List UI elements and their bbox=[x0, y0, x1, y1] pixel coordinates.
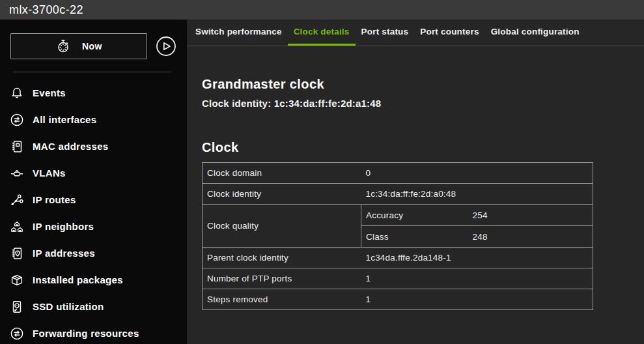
grandmaster-clock-identity: Clock identity: 1c:34:da:ff:fe:2d:a1:48 bbox=[202, 98, 644, 109]
sidebar-item-all-interfaces[interactable]: All interfaces bbox=[0, 106, 187, 133]
sidebar-item-label: SSD utilization bbox=[33, 301, 104, 312]
forward-arrows-icon bbox=[9, 326, 25, 341]
interfaces-arrows-icon bbox=[9, 112, 25, 128]
sidebar-item-label: MAC addresses bbox=[33, 141, 108, 152]
sidebar-item-label: VLANs bbox=[33, 167, 66, 179]
bridge-icon bbox=[9, 165, 25, 181]
table-row: Clock domain 0 bbox=[203, 163, 593, 184]
sidebar-item-label: Installed packages bbox=[33, 274, 123, 285]
sidebar-item-ssd-utilization[interactable]: SSD utilization bbox=[0, 293, 187, 320]
sidebar-item-vlans[interactable]: VLANs bbox=[0, 160, 187, 186]
sidebar-item-label: Forwarding resources bbox=[33, 328, 139, 339]
table-row: Clock identity 1c:34:da:ff:fe:2d:a0:48 bbox=[203, 184, 593, 205]
sidebar-item-installed-packages[interactable]: Installed packages bbox=[0, 266, 187, 293]
clock-table: Clock domain 0 Clock identity 1c:34:da:f… bbox=[202, 162, 593, 310]
package-box-icon bbox=[9, 272, 25, 288]
table-row: Steps removed 1 bbox=[203, 289, 593, 310]
device-title: mlx-3700c-22 bbox=[9, 3, 83, 17]
tab-port-status[interactable]: Port status bbox=[356, 20, 415, 46]
notebook-icon bbox=[9, 139, 25, 154]
clock-details-panel: Grandmaster clock Clock identity: 1c:34:… bbox=[187, 46, 644, 344]
sidebar-item-label: Events bbox=[33, 87, 66, 98]
notebook-pin-icon bbox=[9, 246, 25, 261]
grandmaster-clock-heading: Grandmaster clock bbox=[202, 77, 644, 92]
ssd-drive-icon bbox=[9, 299, 25, 315]
row-label: Clock quality bbox=[203, 205, 361, 248]
sidebar-item-label: IP neighbors bbox=[33, 221, 94, 232]
table-row: Clock quality Accuracy 254 bbox=[203, 205, 593, 226]
sidebar-item-mac-addresses[interactable]: MAC addresses bbox=[0, 133, 187, 160]
houses-icon bbox=[9, 219, 25, 235]
row-label: Number of PTP ports bbox=[203, 268, 361, 289]
sidebar-item-label: IP addresses bbox=[33, 248, 95, 259]
now-button-label: Now bbox=[82, 41, 102, 51]
time-control-row: Now bbox=[0, 20, 187, 59]
tab-clock-details[interactable]: Clock details bbox=[288, 20, 356, 46]
tab-bar: Switch performance Clock details Port st… bbox=[187, 20, 644, 46]
row-value: 0 bbox=[361, 163, 593, 184]
sidebar-item-label: All interfaces bbox=[33, 114, 96, 125]
route-graph-icon bbox=[9, 192, 25, 208]
row-label: Clock identity bbox=[203, 184, 361, 205]
row-value: 1c34da.fffe.2da148-1 bbox=[361, 248, 593, 268]
stopwatch-icon bbox=[55, 38, 71, 54]
clock-heading: Clock bbox=[202, 140, 644, 155]
time-range-now-button[interactable]: Now bbox=[10, 33, 147, 59]
play-button[interactable] bbox=[156, 36, 176, 57]
app-header: mlx-3700c-22 bbox=[0, 0, 644, 20]
row-value: 1 bbox=[361, 289, 593, 310]
bell-icon bbox=[9, 85, 25, 101]
table-row: Parent clock identity 1c34da.fffe.2da148… bbox=[203, 248, 593, 268]
row-value: 1c:34:da:ff:fe:2d:a0:48 bbox=[361, 184, 593, 205]
sidebar-item-label: IP routes bbox=[33, 194, 76, 205]
row-value: 1 bbox=[361, 268, 593, 289]
play-icon bbox=[156, 36, 176, 57]
sidebar: Now Events bbox=[0, 20, 187, 344]
sub-row-value: 248 bbox=[468, 226, 593, 248]
sub-row-value: 254 bbox=[468, 205, 593, 226]
sidebar-item-ip-addresses[interactable]: IP addresses bbox=[0, 240, 187, 266]
sub-row-label: Class bbox=[361, 226, 468, 248]
table-row: Number of PTP ports 1 bbox=[203, 268, 593, 289]
sidebar-item-ip-neighbors[interactable]: IP neighbors bbox=[0, 213, 187, 240]
tab-global-configuration[interactable]: Global configuration bbox=[485, 20, 585, 46]
sidebar-item-events[interactable]: Events bbox=[0, 79, 187, 106]
row-label: Parent clock identity bbox=[203, 248, 361, 268]
tab-switch-performance[interactable]: Switch performance bbox=[189, 20, 288, 46]
sidebar-item-forwarding-resources[interactable]: Forwarding resources bbox=[0, 320, 187, 344]
row-label: Clock domain bbox=[203, 163, 361, 184]
tab-port-counters[interactable]: Port counters bbox=[414, 20, 484, 46]
sidebar-item-ip-routes[interactable]: IP routes bbox=[0, 186, 187, 213]
sidebar-nav: Events All interfaces bbox=[0, 72, 187, 344]
sub-row-label: Accuracy bbox=[361, 205, 468, 226]
row-label: Steps removed bbox=[203, 289, 361, 310]
